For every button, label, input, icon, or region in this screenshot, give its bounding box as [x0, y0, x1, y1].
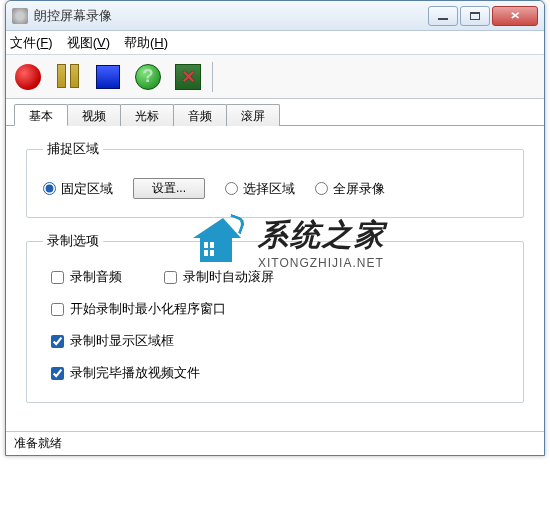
check-play-when-done-input[interactable] — [51, 367, 64, 380]
tab-basic[interactable]: 基本 — [14, 104, 68, 126]
close-button[interactable]: ✕ — [492, 6, 538, 26]
statusbar: 准备就绪 — [6, 431, 544, 455]
help-icon: ? — [135, 64, 161, 90]
record-button[interactable] — [10, 59, 46, 95]
maximize-button[interactable] — [460, 6, 490, 26]
window-controls: ✕ — [428, 6, 538, 26]
check-show-region-input[interactable] — [51, 335, 64, 348]
check-auto-scroll[interactable]: 录制时自动滚屏 — [164, 268, 274, 286]
record-options-group: 录制选项 录制音频 录制时自动滚屏 开始录制时最小化程序窗口 — [26, 232, 524, 403]
check-auto-scroll-input[interactable] — [164, 271, 177, 284]
exit-button[interactable]: ✕ — [170, 59, 206, 95]
radio-fullscreen-input[interactable] — [315, 182, 328, 195]
options-legend: 录制选项 — [43, 232, 103, 250]
stop-button[interactable] — [90, 59, 126, 95]
tab-video[interactable]: 视频 — [67, 104, 121, 126]
radio-fixed-region[interactable]: 固定区域 — [43, 180, 113, 198]
settings-button[interactable]: 设置... — [133, 178, 205, 199]
toolbar-separator — [212, 62, 213, 92]
radio-fullscreen[interactable]: 全屏录像 — [315, 180, 385, 198]
capture-legend: 捕捉区域 — [43, 140, 103, 158]
record-icon — [15, 64, 41, 90]
radio-fixed-region-input[interactable] — [43, 182, 56, 195]
menu-view[interactable]: 视图(V) — [67, 34, 110, 52]
help-button[interactable]: ? — [130, 59, 166, 95]
menu-help[interactable]: 帮助(H) — [124, 34, 168, 52]
app-icon — [12, 8, 28, 24]
app-window: 朗控屏幕录像 ✕ 文件(F) 视图(V) 帮助(H) ? ✕ 基本 视频 光标 … — [5, 0, 545, 456]
menubar: 文件(F) 视图(V) 帮助(H) — [6, 31, 544, 55]
exit-icon: ✕ — [175, 64, 201, 90]
pause-icon — [55, 64, 81, 90]
menu-file[interactable]: 文件(F) — [10, 34, 53, 52]
capture-region-group: 捕捉区域 固定区域 设置... 选择区域 全屏录像 — [26, 140, 524, 218]
radio-select-region-input[interactable] — [225, 182, 238, 195]
check-minimize-on-start-input[interactable] — [51, 303, 64, 316]
tab-audio[interactable]: 音频 — [173, 104, 227, 126]
toolbar: ? ✕ — [6, 55, 544, 99]
status-text: 准备就绪 — [14, 435, 62, 452]
tab-cursor[interactable]: 光标 — [120, 104, 174, 126]
check-minimize-on-start[interactable]: 开始录制时最小化程序窗口 — [51, 300, 499, 318]
tab-scroll[interactable]: 滚屏 — [226, 104, 280, 126]
titlebar[interactable]: 朗控屏幕录像 ✕ — [6, 1, 544, 31]
tab-strip: 基本 视频 光标 音频 滚屏 — [6, 99, 544, 126]
stop-icon — [96, 65, 120, 89]
check-record-audio[interactable]: 录制音频 — [51, 268, 122, 286]
tab-content: 捕捉区域 固定区域 设置... 选择区域 全屏录像 录制选项 — [6, 126, 544, 431]
radio-select-region[interactable]: 选择区域 — [225, 180, 295, 198]
check-record-audio-input[interactable] — [51, 271, 64, 284]
check-play-when-done[interactable]: 录制完毕播放视频文件 — [51, 364, 499, 382]
minimize-button[interactable] — [428, 6, 458, 26]
check-show-region[interactable]: 录制时显示区域框 — [51, 332, 499, 350]
pause-button[interactable] — [50, 59, 86, 95]
window-title: 朗控屏幕录像 — [34, 7, 428, 25]
